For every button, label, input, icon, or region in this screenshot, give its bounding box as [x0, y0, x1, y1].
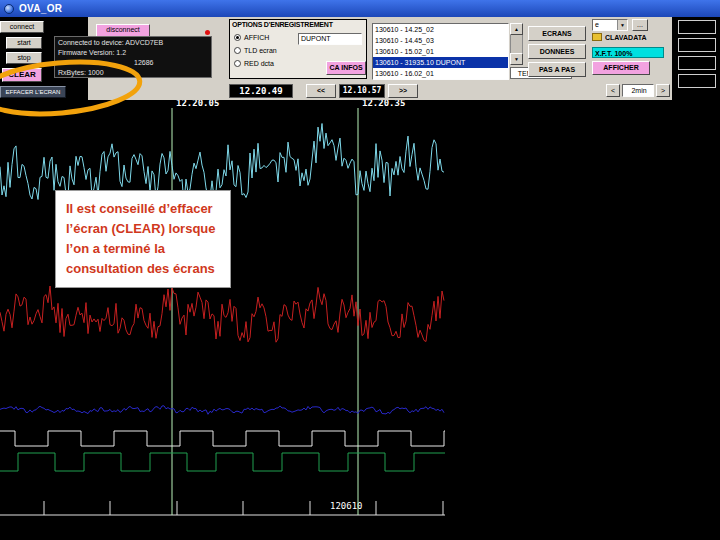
status-line-firmware: Firmware Version: 1.2 [58, 48, 208, 58]
mode-combobox[interactable]: e ▼ [592, 19, 628, 31]
trace-red [0, 286, 444, 342]
recording-options-panel: OPTIONS D'ENREGISTREMENT AFFICH TLD ecra… [229, 19, 367, 79]
advice-callout: Il est conseillé d’effacer l’écran (CLEA… [55, 190, 231, 288]
ecrans-button[interactable]: ECRANS [528, 26, 586, 41]
ca-infos-button[interactable]: CA INFOS [326, 61, 366, 75]
radio-icon [234, 47, 241, 54]
operator-field[interactable]: DUPONT [298, 33, 362, 45]
list-item-3[interactable]: 130610 - 31935.10 DUPONT [373, 57, 508, 68]
status-line-rxbytes: RxBytes: 1000 [58, 68, 208, 78]
clavadata-item[interactable]: CLAVADATA [592, 33, 646, 41]
clavadata-label: CLAVADATA [605, 34, 646, 41]
start-button[interactable]: start [6, 37, 42, 49]
nav-clock-display: 12.10.57 [339, 84, 385, 98]
list-item-4[interactable]: 130610 - 16.02_01 [373, 68, 508, 79]
app-icon [4, 4, 14, 14]
radio-affich-label: AFFICH [244, 34, 269, 41]
interval-decrease-button[interactable]: < [606, 84, 620, 97]
pas-a-pas-button[interactable]: PAS A PAS [528, 62, 586, 77]
side-panel-slot-3[interactable] [678, 56, 716, 70]
title-bar: OVA_OR [0, 0, 720, 17]
donnees-button[interactable]: DONNEES [528, 44, 586, 59]
folder-icon [592, 33, 602, 41]
list-item-1[interactable]: 130610 - 14.45_03 [373, 35, 508, 46]
window-title: OVA_OR [19, 3, 62, 14]
list-item-0[interactable]: 130610 - 14.25_02 [373, 24, 508, 35]
radio-tld-label: TLD ecran [244, 47, 277, 54]
combo-value: e [593, 20, 617, 30]
afficher-button[interactable]: AFFICHER [592, 61, 650, 75]
prev-screen-button[interactable]: << [306, 84, 336, 98]
xft-selected-item[interactable]: X.F.T. 100% [592, 47, 664, 58]
status-indicator-icon [205, 30, 210, 35]
next-screen-button[interactable]: >> [388, 84, 418, 98]
interval-increase-button[interactable]: > [656, 84, 670, 97]
erase-screen-button[interactable]: EFFACER L'ECRAN [0, 86, 66, 98]
trace-white-square [0, 431, 445, 446]
scroll-up-icon[interactable]: ▲ [510, 23, 523, 35]
scroll-down-icon[interactable]: ▼ [510, 53, 523, 65]
interval-value: 2min [622, 84, 654, 97]
stop-button[interactable]: stop [6, 52, 42, 64]
options-title: OPTIONS D'ENREGISTREMENT [230, 20, 366, 29]
radio-tld-ecran[interactable]: TLD ecran [234, 46, 277, 55]
status-line-id: 12686 [58, 58, 208, 68]
list-item-2[interactable]: 130610 - 15.02_01 [373, 46, 508, 57]
radio-checked-icon [234, 34, 241, 41]
more-button[interactable]: ... [632, 19, 648, 31]
trace-green-square [0, 453, 445, 471]
application-window: 12061012.20.0512.20.35 OVA_OR connect di… [0, 0, 720, 540]
radio-icon [234, 60, 241, 67]
trace-blue [0, 406, 444, 415]
radio-affich[interactable]: AFFICH [234, 33, 269, 42]
status-line-connected: Connected to device: ADVCD7EB [58, 38, 208, 48]
radio-red-dcta[interactable]: RED dcta [234, 59, 274, 68]
device-status-panel: Connected to device: ADVCD7EB Firmware V… [54, 36, 212, 78]
main-clock-display: 12.20.49 [229, 84, 293, 98]
side-panel-slot-2[interactable] [678, 38, 716, 52]
clear-button[interactable]: CLEAR [2, 68, 42, 82]
connect-button[interactable]: connect [0, 21, 44, 33]
radio-red-label: RED dcta [244, 60, 274, 67]
side-panel-slot-1[interactable] [678, 20, 716, 34]
side-panel-slot-4[interactable] [678, 74, 716, 88]
records-list: 130610 - 14.25_02 130610 - 14.45_03 1306… [372, 23, 509, 80]
chevron-down-icon[interactable]: ▼ [617, 20, 627, 30]
